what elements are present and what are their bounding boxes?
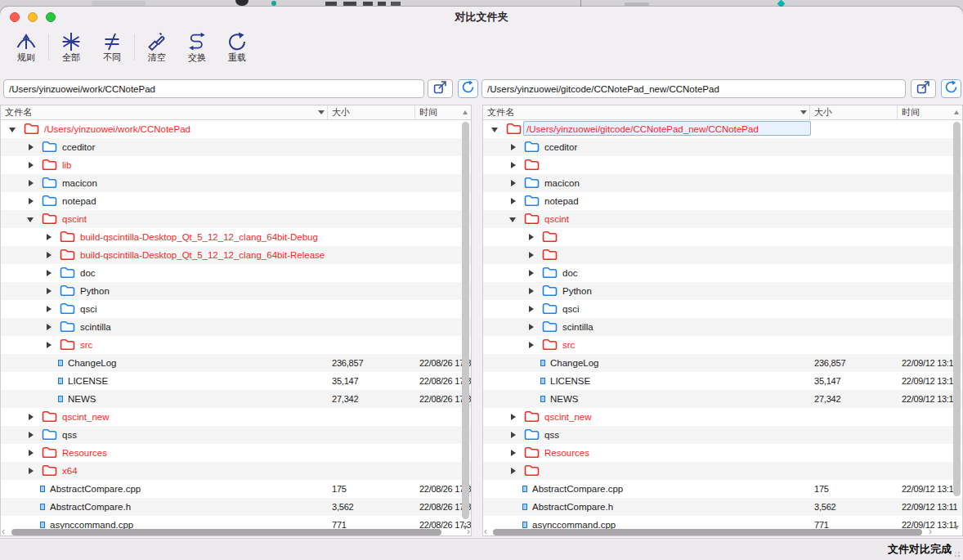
vertical-scrollbar[interactable] bbox=[952, 105, 962, 535]
tree-row[interactable]: qss bbox=[1, 426, 471, 444]
left-refresh-button[interactable] bbox=[458, 79, 478, 98]
expand-arrow-icon[interactable] bbox=[29, 144, 34, 150]
tree-row[interactable]: build-qscintilla-Desktop_Qt_5_12_12_clan… bbox=[1, 246, 471, 264]
expand-arrow-icon[interactable] bbox=[511, 162, 516, 168]
expand-arrow-icon[interactable] bbox=[29, 198, 34, 204]
resize-grip[interactable] bbox=[958, 555, 960, 557]
expand-arrow-icon[interactable] bbox=[529, 324, 534, 330]
expand-arrow-icon[interactable] bbox=[47, 324, 52, 330]
tree-row[interactable]: /Users/yinzuowei/gitcode/CCNotePad_new/C… bbox=[483, 120, 962, 138]
tree-row[interactable]: ChangeLog236,85722/09/12 13:11 bbox=[483, 354, 962, 372]
tree-row[interactable] bbox=[483, 246, 962, 264]
tree-row[interactable]: ChangeLog236,85722/08/26 17:36 bbox=[1, 354, 471, 372]
tree-row[interactable]: doc bbox=[483, 264, 962, 282]
right-path-input[interactable] bbox=[482, 79, 906, 98]
column-header-filename[interactable]: 文件名 bbox=[483, 105, 810, 119]
tree-row[interactable]: lib bbox=[1, 156, 471, 174]
expand-arrow-icon[interactable] bbox=[29, 414, 34, 420]
expand-arrow-icon[interactable] bbox=[9, 128, 16, 132]
expand-arrow-icon[interactable] bbox=[511, 432, 516, 438]
expand-arrow-icon[interactable] bbox=[29, 432, 34, 438]
tree-row[interactable] bbox=[483, 228, 962, 246]
tree-row[interactable]: build-qscintilla-Desktop_Qt_5_12_12_clan… bbox=[1, 228, 471, 246]
tree-row[interactable]: Resources bbox=[1, 444, 471, 462]
tree-row[interactable]: NEWS27,34222/08/26 17:36 bbox=[1, 390, 471, 408]
expand-arrow-icon[interactable] bbox=[47, 288, 52, 294]
expand-arrow-icon[interactable] bbox=[529, 342, 534, 348]
expand-arrow-icon[interactable] bbox=[29, 162, 34, 168]
expand-arrow-icon[interactable] bbox=[511, 468, 516, 474]
toolbar-rule-button[interactable]: 规则 bbox=[8, 31, 44, 69]
tree-row[interactable]: notepad bbox=[483, 192, 962, 210]
tree-row[interactable]: Resources bbox=[483, 444, 962, 462]
expand-arrow-icon[interactable] bbox=[47, 252, 52, 258]
expand-arrow-icon[interactable] bbox=[511, 450, 516, 456]
scroll-up-arrow-icon[interactable] bbox=[954, 110, 959, 114]
tree-row[interactable]: macicon bbox=[1, 174, 471, 192]
tree-row[interactable]: notepad bbox=[1, 192, 471, 210]
toolbar-select-all-button[interactable]: 全部 bbox=[53, 31, 89, 69]
expand-arrow-icon[interactable] bbox=[509, 217, 516, 222]
tree-row[interactable]: LICENSE35,14722/09/12 13:11 bbox=[483, 372, 962, 390]
column-header-size[interactable]: 大小 bbox=[328, 105, 415, 119]
expand-arrow-icon[interactable] bbox=[29, 180, 34, 186]
expand-arrow-icon[interactable] bbox=[47, 270, 52, 276]
toolbar-reload-button[interactable]: 重载 bbox=[219, 31, 255, 69]
tree-row[interactable]: Python bbox=[1, 282, 471, 300]
scrollbar-thumb[interactable] bbox=[493, 529, 922, 535]
tree-row[interactable]: macicon bbox=[483, 174, 962, 192]
tree-row[interactable]: Python bbox=[483, 282, 962, 300]
tree-row[interactable]: qscint bbox=[1, 210, 471, 228]
tree-row[interactable]: AbstractCompare.cpp17522/09/12 13:11 bbox=[483, 480, 962, 498]
tree-row[interactable]: x64 bbox=[1, 462, 471, 480]
tree-row[interactable]: cceditor bbox=[1, 138, 471, 156]
tree-row[interactable]: qscint_new bbox=[483, 408, 962, 426]
expand-arrow-icon[interactable] bbox=[511, 144, 516, 150]
tree-row[interactable]: scintilla bbox=[483, 318, 962, 336]
expand-arrow-icon[interactable] bbox=[511, 414, 516, 420]
expand-arrow-icon[interactable] bbox=[511, 180, 516, 186]
expand-arrow-icon[interactable] bbox=[29, 468, 34, 474]
tree-row[interactable]: AbstractCompare.h3,56222/09/12 13:11 bbox=[483, 498, 962, 516]
scroll-right-arrow-icon[interactable]: › bbox=[467, 526, 470, 536]
tree-row[interactable]: src bbox=[1, 336, 471, 354]
column-header-filename[interactable]: 文件名 bbox=[1, 105, 328, 119]
tree-row[interactable] bbox=[483, 462, 962, 480]
tree-row[interactable]: doc bbox=[1, 264, 471, 282]
left-horizontal-scrollbar[interactable]: ‹ › bbox=[0, 528, 472, 537]
right-refresh-button[interactable] bbox=[941, 79, 961, 98]
expand-arrow-icon[interactable] bbox=[511, 198, 516, 204]
toolbar-clear-brush-button[interactable]: 清空 bbox=[139, 31, 175, 69]
expand-arrow-icon[interactable] bbox=[529, 306, 534, 312]
tree-row[interactable]: qscint_new bbox=[1, 408, 471, 426]
tree-row[interactable]: src bbox=[483, 336, 962, 354]
tree-row[interactable]: AbstractCompare.cpp17522/08/26 17:36 bbox=[1, 480, 471, 498]
scroll-up-arrow-icon[interactable] bbox=[463, 110, 468, 114]
right-browse-button[interactable] bbox=[911, 79, 936, 98]
scroll-right-arrow-icon[interactable]: › bbox=[929, 526, 932, 536]
expand-arrow-icon[interactable] bbox=[529, 252, 534, 258]
expand-arrow-icon[interactable] bbox=[529, 270, 534, 276]
vertical-scrollbar[interactable] bbox=[461, 105, 471, 535]
scroll-left-arrow-icon[interactable]: ‹ bbox=[484, 526, 487, 536]
scroll-left-arrow-icon[interactable]: ‹ bbox=[2, 526, 5, 536]
expand-arrow-icon[interactable] bbox=[47, 234, 52, 240]
tree-row[interactable]: AbstractCompare.h3,56222/08/26 17:36 bbox=[1, 498, 471, 516]
expand-arrow-icon[interactable] bbox=[529, 234, 534, 240]
expand-arrow-icon[interactable] bbox=[529, 288, 534, 294]
tree-row[interactable]: cceditor bbox=[483, 138, 962, 156]
tree-row[interactable]: qscint bbox=[483, 210, 962, 228]
tree-row[interactable]: qss bbox=[483, 426, 962, 444]
expand-arrow-icon[interactable] bbox=[29, 450, 34, 456]
left-path-input[interactable] bbox=[3, 79, 424, 98]
tree-row[interactable] bbox=[483, 156, 962, 174]
expand-arrow-icon[interactable] bbox=[491, 128, 498, 132]
left-browse-button[interactable] bbox=[428, 79, 453, 98]
scrollbar-thumb[interactable] bbox=[11, 529, 441, 535]
expand-arrow-icon[interactable] bbox=[47, 306, 52, 312]
scrollbar-thumb[interactable] bbox=[462, 122, 469, 519]
scrollbar-thumb[interactable] bbox=[953, 122, 961, 496]
tree-row[interactable]: scintilla bbox=[1, 318, 471, 336]
tree-row[interactable]: NEWS27,34222/09/12 13:11 bbox=[483, 390, 962, 408]
expand-arrow-icon[interactable] bbox=[47, 342, 52, 348]
